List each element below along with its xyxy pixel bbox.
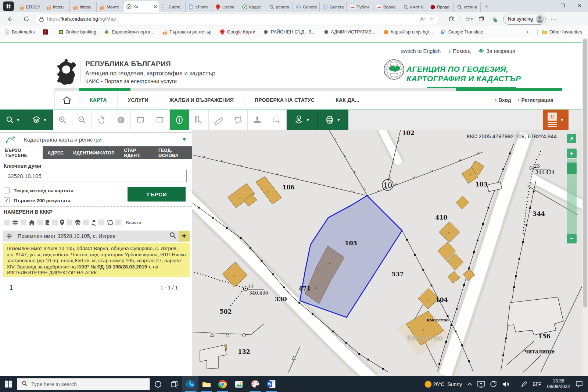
map-canvas[interactable]: 1212212111023344.43433346.43610210610341… (192, 130, 582, 376)
browser-tab[interactable]: https:/ (70, 2, 97, 12)
downloads-button[interactable] (488, 14, 500, 25)
filter-checkbox[interactable] (83, 220, 89, 225)
taskbar-paint[interactable] (247, 376, 263, 392)
sidebar-tab[interactable]: АДРЕС (43, 146, 68, 159)
sidebar-tab[interactable]: ИДЕНТИФИКАТОР (68, 146, 119, 159)
filter-checkbox[interactable] (37, 220, 43, 225)
browser-tab[interactable]: Кадас (239, 2, 266, 12)
bookmark-item[interactable]: https://ispn.mjs.bg/... (383, 29, 433, 35)
url-field[interactable]: https://kais.cadastre.bg/bg/Map A)) ☆+ (35, 14, 439, 25)
filter-checkbox[interactable] (4, 220, 10, 225)
switch-language-link[interactable]: switch to English (401, 48, 441, 54)
browser-tab[interactable]: APПубли (347, 2, 373, 12)
bookmark-item[interactable]: Търговски регистър (162, 29, 212, 35)
identify-layers-button[interactable]: ▼ (287, 110, 318, 130)
tray-expand-chevron[interactable] (465, 376, 475, 392)
info-tool-active[interactable] (170, 110, 189, 130)
bookmark-item[interactable]: Google Карти (220, 29, 255, 35)
favorites-button[interactable]: ☆≡ (463, 14, 475, 25)
full-extent-tool[interactable] (111, 110, 131, 130)
sidebar-tab[interactable]: СТАР ИДЕНТ. (119, 146, 154, 159)
upload-tool[interactable] (248, 110, 267, 130)
filter-checkbox[interactable] (52, 220, 58, 225)
nav-register[interactable]: Регистрация (521, 97, 553, 103)
bookmark-item[interactable]: Bookmarks (4, 29, 35, 35)
filter-checkbox[interactable] (21, 220, 26, 225)
map-zoom-slider-handle[interactable] (567, 163, 577, 174)
browser-tab[interactable]: APВарна (373, 2, 400, 12)
close-button[interactable]: ✕ (571, 0, 588, 11)
start-button[interactable] (0, 376, 17, 392)
zoom-in-tool[interactable] (53, 110, 72, 130)
browser-tab[interactable]: Ustina (212, 2, 239, 12)
other-favourites-button[interactable]: Other favourites (542, 29, 582, 35)
tab-close-icon[interactable]: ✕ (154, 4, 157, 9)
measure-coords-tool[interactable] (189, 110, 209, 130)
taskbar-search[interactable] (17, 378, 150, 390)
notification-center[interactable] (573, 376, 588, 392)
print-button[interactable]: ▼ (318, 110, 348, 130)
nav-login[interactable]: Вход (498, 97, 511, 103)
nav-item[interactable]: КАРТА (79, 91, 118, 109)
bookmark-item[interactable]: 文AGoogle Translate (441, 29, 483, 35)
browser-tab[interactable]: https:/ (43, 2, 70, 12)
page-number[interactable]: 1 (9, 284, 13, 291)
bookmark-item[interactable]: L (43, 29, 50, 35)
zoom-rect-in-tool[interactable] (131, 110, 150, 130)
filter-checkbox[interactable] (98, 220, 104, 225)
taskbar-search-input[interactable] (31, 381, 134, 387)
map-expand-button[interactable]: ⇗ (567, 134, 576, 143)
browser-tab[interactable]: Genera (293, 2, 320, 12)
taskbar-photos[interactable] (231, 376, 247, 392)
collections-button[interactable] (475, 14, 488, 25)
bookmark-item[interactable]: АДМИНИСТРАТИВ... (323, 29, 375, 35)
browser-tab[interactable]: имот 6 (400, 2, 427, 12)
nav-item[interactable]: ПРОВЕРКА НА СТАТУС (244, 91, 325, 109)
bookmark-item[interactable]: РАЙОНЕН СЪД - В... (263, 29, 315, 35)
pen-icon[interactable] (512, 376, 530, 392)
layers-tool-button[interactable]: ▼ (26, 110, 53, 130)
help-link[interactable]: Помощ (453, 48, 470, 54)
add-favorite-icon[interactable]: ☆+ (429, 16, 435, 22)
taskbar-explorer[interactable] (198, 376, 215, 392)
taskbar-word[interactable] (263, 376, 279, 392)
current-view-checkbox-row[interactable]: Текущ изглед на картата (4, 188, 74, 193)
browser-tab[interactable]: Ка✕ (123, 1, 159, 12)
profile-button[interactable]: Not syncing (503, 14, 546, 25)
read-aloud-icon[interactable]: A)) (420, 16, 426, 22)
browser-tab[interactable]: Прода (427, 2, 454, 12)
restore-button[interactable]: ❐ (554, 0, 571, 11)
checkbox-unchecked[interactable] (4, 188, 10, 193)
checkbox-checked[interactable]: ✓ (4, 197, 10, 203)
extensions-button[interactable] (445, 14, 458, 25)
result-row[interactable]: Поземлен имот 32528.10.105, с. Изгрев + (3, 231, 190, 242)
sidebar-tab[interactable]: ГЕОД. ОСНОВА (154, 146, 192, 159)
browser-tab[interactable]: Систе (159, 2, 186, 12)
accessibility-link[interactable]: За незрящи (486, 48, 515, 54)
add-to-cart-icon[interactable]: + (179, 231, 190, 242)
clock[interactable]: 13:3808/09/2022 (544, 376, 573, 392)
first200-checkbox-row[interactable]: ✓ Първите 200 резултата (4, 197, 71, 203)
nav-item[interactable]: УСЛУГИ (118, 91, 159, 109)
nav-item[interactable]: ЖАЛБИ И ВЪЗРАЖЕНИЯ (159, 91, 244, 109)
zoom-to-result-icon[interactable] (169, 232, 176, 240)
bookmarks-overflow-chevron[interactable]: › (522, 26, 533, 38)
map-zoom-in-button[interactable]: + (567, 149, 577, 158)
browser-tab[interactable]: Genera (320, 2, 347, 12)
language-indicator[interactable]: БГР (530, 376, 544, 392)
browser-tab[interactable]: genera (266, 2, 293, 12)
measure-area-tool[interactable] (228, 110, 248, 130)
cast-icon[interactable] (475, 376, 487, 392)
selected-objects-cart[interactable]: 0 ▼ (543, 110, 569, 130)
cortana-button[interactable] (150, 376, 166, 392)
filter-checkbox[interactable] (67, 220, 72, 225)
weather-widget[interactable]: 26°C Sunny (422, 376, 465, 392)
browser-tab[interactable]: устина (454, 2, 481, 12)
volume-icon[interactable] (499, 376, 512, 392)
refresh-button[interactable] (21, 14, 32, 25)
measure-distance-tool[interactable] (209, 110, 228, 130)
page-scrollbar[interactable] (582, 38, 588, 376)
new-tab-button[interactable]: + (482, 1, 492, 11)
search-submit-button[interactable]: ТЪРСИ (128, 187, 186, 202)
task-view-button[interactable] (166, 376, 182, 392)
